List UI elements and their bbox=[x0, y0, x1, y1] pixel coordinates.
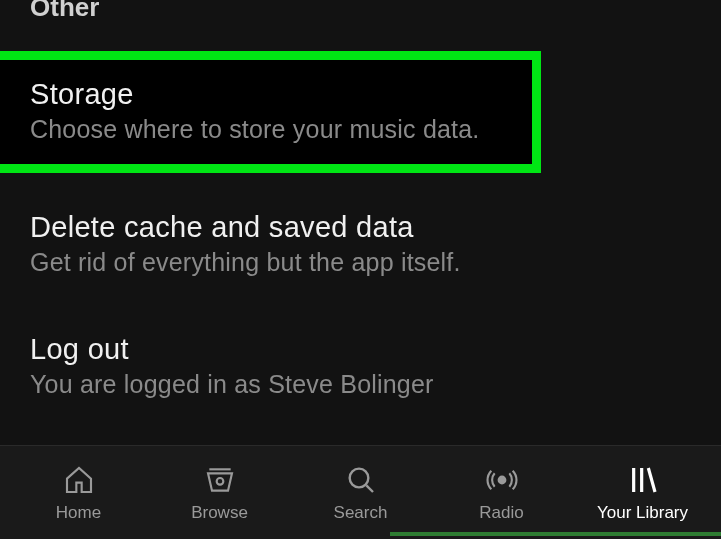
green-underline bbox=[390, 532, 721, 536]
nav-home[interactable]: Home bbox=[8, 463, 149, 523]
bottom-nav: Home Browse Search bbox=[0, 445, 721, 539]
svg-point-3 bbox=[498, 476, 505, 483]
setting-storage[interactable]: Storage Choose where to store your music… bbox=[0, 51, 541, 173]
svg-line-6 bbox=[648, 468, 655, 492]
search-icon bbox=[344, 463, 378, 497]
setting-storage-title: Storage bbox=[30, 78, 502, 111]
nav-search-label: Search bbox=[334, 503, 388, 523]
svg-line-2 bbox=[366, 485, 373, 492]
setting-storage-subtitle: Choose where to store your music data. bbox=[30, 115, 502, 144]
settings-list: Storage Choose where to store your music… bbox=[0, 23, 721, 417]
nav-radio-label: Radio bbox=[479, 503, 523, 523]
library-icon bbox=[626, 463, 660, 497]
nav-browse[interactable]: Browse bbox=[149, 463, 290, 523]
nav-radio[interactable]: Radio bbox=[431, 463, 572, 523]
browse-icon bbox=[203, 463, 237, 497]
nav-home-label: Home bbox=[56, 503, 101, 523]
svg-point-1 bbox=[349, 468, 368, 487]
nav-browse-label: Browse bbox=[191, 503, 248, 523]
setting-logout[interactable]: Log out You are logged in as Steve Bolin… bbox=[0, 321, 721, 417]
home-icon bbox=[62, 463, 96, 497]
radio-icon bbox=[485, 463, 519, 497]
setting-delete-cache[interactable]: Delete cache and saved data Get rid of e… bbox=[0, 199, 721, 295]
setting-logout-title: Log out bbox=[30, 333, 691, 366]
setting-delete-cache-subtitle: Get rid of everything but the app itself… bbox=[30, 248, 691, 277]
section-header-other: Other bbox=[0, 0, 721, 23]
nav-library-label: Your Library bbox=[597, 503, 688, 523]
setting-delete-cache-title: Delete cache and saved data bbox=[30, 211, 691, 244]
nav-library[interactable]: Your Library bbox=[572, 463, 713, 523]
setting-logout-subtitle: You are logged in as Steve Bolinger bbox=[30, 370, 691, 399]
nav-search[interactable]: Search bbox=[290, 463, 431, 523]
svg-point-0 bbox=[216, 478, 223, 485]
